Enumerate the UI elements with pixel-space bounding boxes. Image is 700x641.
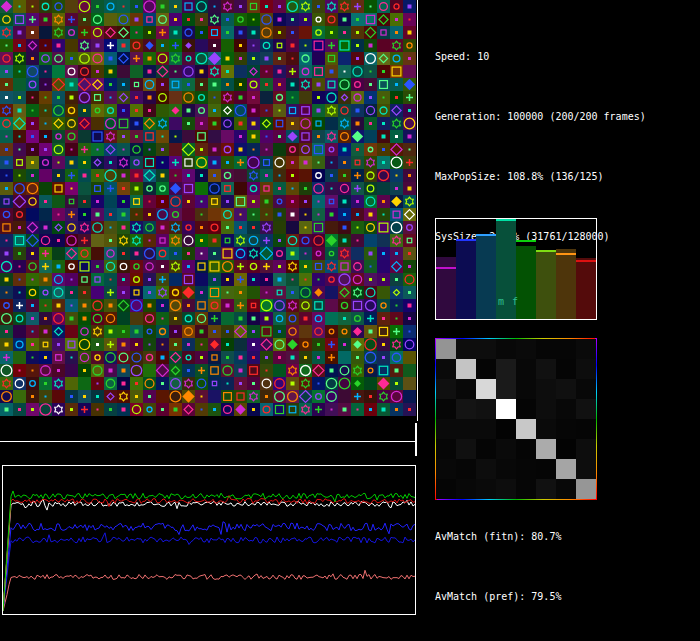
matrix-cell bbox=[496, 479, 516, 499]
stat-avmatch-fitn: AvMatch (fitn): 80.7% bbox=[435, 527, 646, 547]
matrix-cell bbox=[536, 439, 556, 459]
matrix-cell bbox=[436, 439, 456, 459]
histogram-bar-species-magenta bbox=[436, 219, 456, 319]
bar-marker-line bbox=[536, 250, 556, 252]
matrix-cell bbox=[556, 339, 576, 359]
histogram-bar-species-olive bbox=[536, 219, 556, 319]
matrix-cell bbox=[436, 379, 456, 399]
bar-marker-line bbox=[576, 260, 596, 262]
matrix-cell bbox=[576, 439, 596, 459]
matrix-cell bbox=[516, 359, 536, 379]
matrix-cell bbox=[456, 419, 476, 439]
matrix-cell bbox=[516, 419, 536, 439]
matrix-cell bbox=[436, 479, 456, 499]
matrix-cell bbox=[456, 479, 476, 499]
stats-panel: Speed: 10 Generation: 100000 (200/200 fr… bbox=[435, 7, 646, 641]
world-grid[interactable] bbox=[0, 0, 416, 416]
matrix-cell bbox=[496, 419, 516, 439]
stat-speed: Speed: 10 bbox=[435, 47, 646, 67]
histogram-bar-species-brown bbox=[556, 219, 576, 319]
matrix-cell bbox=[536, 339, 556, 359]
matrix-cell bbox=[476, 359, 496, 379]
matrix-cell bbox=[556, 359, 576, 379]
matrix-cell bbox=[516, 439, 536, 459]
matrix-cell bbox=[476, 379, 496, 399]
frame-progress-track bbox=[0, 441, 417, 442]
matrix-cell bbox=[576, 459, 596, 479]
matrix-cell bbox=[556, 399, 576, 419]
matrix-cell bbox=[576, 479, 596, 499]
matrix-cell bbox=[476, 479, 496, 499]
matrix-cell bbox=[516, 339, 536, 359]
history-chart-canvas bbox=[3, 466, 415, 614]
matrix-cell bbox=[536, 379, 556, 399]
stat-generation: Generation: 100000 (200/200 frames) bbox=[435, 107, 646, 127]
matrix-cell bbox=[516, 479, 536, 499]
world-right-border bbox=[417, 0, 418, 421]
matrix-cell bbox=[516, 379, 536, 399]
matrix-cell bbox=[536, 479, 556, 499]
matrix-cell bbox=[576, 379, 596, 399]
matrix-cell bbox=[556, 419, 576, 439]
matrix-cell bbox=[496, 439, 516, 459]
stat-maxpopsize: MaxPopSize: 108.8% (136/125) bbox=[435, 167, 646, 187]
bar-marker-line bbox=[456, 239, 476, 241]
matrix-cell bbox=[556, 459, 576, 479]
matrix-cell bbox=[456, 459, 476, 479]
bar-marker-line bbox=[556, 253, 576, 255]
matrix-cell bbox=[536, 459, 556, 479]
matrix-cell bbox=[536, 359, 556, 379]
matrix-cell bbox=[476, 459, 496, 479]
matrix-cell bbox=[536, 419, 556, 439]
bar-fill bbox=[576, 258, 596, 319]
bar-marker-line bbox=[436, 267, 456, 269]
bar-fill bbox=[536, 251, 556, 319]
histogram-mf-label: m f bbox=[498, 296, 519, 307]
matrix-cell bbox=[496, 339, 516, 359]
matrix-cell bbox=[456, 339, 476, 359]
matrix-cell bbox=[436, 399, 456, 419]
bar-marker-line bbox=[476, 234, 496, 236]
matrix-cell bbox=[496, 379, 516, 399]
matrix-cell bbox=[476, 339, 496, 359]
histogram-bar-species-red bbox=[576, 219, 596, 319]
matrix-cell bbox=[496, 459, 516, 479]
bar-fill bbox=[516, 246, 536, 319]
matrix-cell bbox=[456, 359, 476, 379]
bar-fill bbox=[456, 239, 476, 319]
matrix-cell bbox=[496, 399, 516, 419]
stat-avmatch-pref: AvMatch (pref): 79.5% bbox=[435, 587, 646, 607]
matrix-cell bbox=[496, 359, 516, 379]
bar-fill bbox=[556, 249, 576, 319]
frame-progress-marker[interactable] bbox=[415, 423, 417, 456]
matrix-cell bbox=[516, 459, 536, 479]
matrix-cell bbox=[536, 399, 556, 419]
matrix-cell bbox=[456, 379, 476, 399]
matrix-cell bbox=[556, 479, 576, 499]
evolution-simulator-window: Speed: 10 Generation: 100000 (200/200 fr… bbox=[0, 0, 700, 641]
histogram-bar-species-blue bbox=[456, 219, 476, 319]
history-line-chart bbox=[2, 465, 416, 615]
matrix-cell bbox=[436, 359, 456, 379]
bar-marker-line bbox=[516, 240, 536, 242]
interbreeding-matrix bbox=[435, 338, 597, 500]
histogram-bar-species-steel bbox=[476, 219, 496, 319]
bar-marker-line bbox=[496, 219, 516, 221]
matrix-cell bbox=[436, 419, 456, 439]
matrix-cell bbox=[476, 439, 496, 459]
matrix-cell bbox=[456, 399, 476, 419]
matrix-cell bbox=[436, 459, 456, 479]
matrix-cell bbox=[556, 379, 576, 399]
matrix-cell bbox=[476, 399, 496, 419]
matrix-cell bbox=[436, 339, 456, 359]
matrix-cell bbox=[576, 399, 596, 419]
matrix-cell bbox=[456, 439, 476, 459]
bar-fill bbox=[476, 234, 496, 319]
matrix-cell bbox=[556, 439, 576, 459]
matrix-cell bbox=[476, 419, 496, 439]
matrix-cell bbox=[576, 419, 596, 439]
matrix-cell bbox=[516, 399, 536, 419]
matrix-cells bbox=[436, 339, 596, 499]
species-population-histogram: m f bbox=[435, 218, 597, 320]
matrix-cell bbox=[576, 339, 596, 359]
